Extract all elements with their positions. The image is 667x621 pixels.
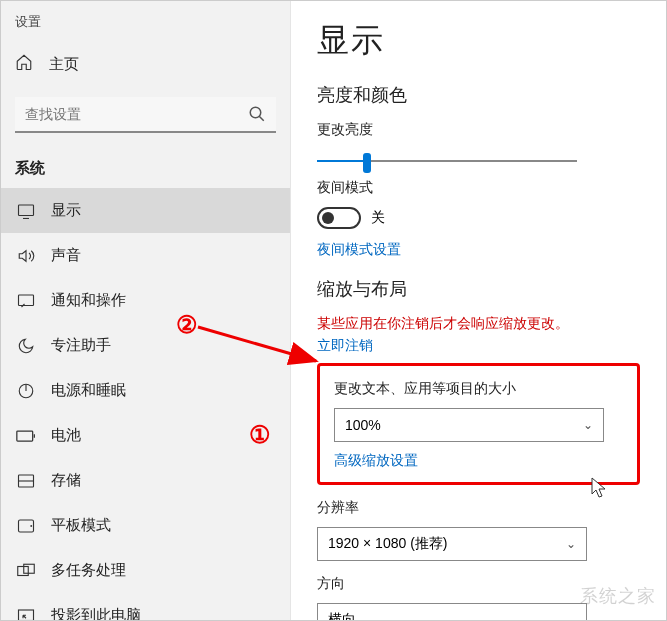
search-input[interactable] [15, 97, 276, 133]
scale-label: 更改文本、应用等项目的大小 [334, 380, 623, 398]
orientation-dropdown[interactable]: 横向 ⌄ [317, 603, 587, 620]
svg-rect-4 [17, 431, 33, 441]
signout-link[interactable]: 立即注销 [317, 337, 640, 355]
tablet-icon [15, 518, 37, 534]
multitask-icon [15, 563, 37, 579]
nav-multitask[interactable]: 多任务处理 [1, 548, 290, 593]
storage-icon [15, 473, 37, 489]
brightness-slider[interactable] [317, 149, 577, 173]
advanced-scale-link[interactable]: 高级缩放设置 [334, 452, 623, 470]
nightlight-label: 夜间模式 [317, 179, 640, 197]
search-box [15, 97, 276, 133]
scale-warning: 某些应用在你注销后才会响应缩放更改。 [317, 315, 640, 333]
home-label: 主页 [49, 55, 79, 74]
nav-notifications[interactable]: 通知和操作 [1, 278, 290, 323]
resolution-value: 1920 × 1080 (推荐) [328, 535, 447, 553]
nav-project[interactable]: 投影到此电脑 [1, 593, 290, 621]
nav-focus[interactable]: 专注助手 [1, 323, 290, 368]
annotation-box-1: 更改文本、应用等项目的大小 100% ⌄ 高级缩放设置 [317, 363, 640, 485]
orientation-value: 横向 [328, 611, 356, 620]
toggle-state: 关 [371, 209, 385, 227]
resolution-dropdown[interactable]: 1920 × 1080 (推荐) ⌄ [317, 527, 587, 561]
content-pane: 显示 亮度和颜色 更改亮度 夜间模式 关 夜间模式设置 缩放与布局 某些应用在你… [291, 1, 666, 620]
slider-fill [317, 160, 367, 162]
svg-rect-9 [24, 564, 35, 573]
nav-sound[interactable]: 声音 [1, 233, 290, 278]
nav-display[interactable]: 显示 [1, 188, 290, 233]
watermark: 系统之家 [580, 584, 656, 608]
display-icon [15, 203, 37, 219]
power-icon [15, 382, 37, 400]
project-icon [15, 608, 37, 622]
scale-value: 100% [345, 417, 381, 433]
sound-icon [15, 248, 37, 264]
nav-storage[interactable]: 存储 [1, 458, 290, 503]
page-title: 显示 [317, 19, 640, 63]
nav-label: 电源和睡眠 [51, 381, 126, 400]
nav-label: 通知和操作 [51, 291, 126, 310]
svg-rect-2 [19, 295, 34, 306]
slider-thumb[interactable] [363, 153, 371, 173]
app-title: 设置 [1, 9, 290, 43]
scale-dropdown[interactable]: 100% ⌄ [334, 408, 604, 442]
home-icon [15, 53, 37, 75]
nav-label: 平板模式 [51, 516, 111, 535]
nav-power[interactable]: 电源和睡眠 [1, 368, 290, 413]
resolution-label: 分辨率 [317, 499, 640, 517]
brightness-section-heading: 亮度和颜色 [317, 83, 640, 107]
toggle-knob [322, 212, 334, 224]
search-icon [248, 105, 266, 127]
nav-label: 电池 [51, 426, 81, 445]
chevron-down-icon: ⌄ [566, 537, 576, 551]
chevron-down-icon: ⌄ [566, 613, 576, 620]
svg-point-7 [31, 525, 32, 526]
focus-icon [15, 337, 37, 355]
nav-label: 多任务处理 [51, 561, 126, 580]
svg-rect-1 [19, 205, 34, 216]
home-link[interactable]: 主页 [1, 43, 290, 85]
nav-tablet[interactable]: 平板模式 [1, 503, 290, 548]
svg-point-0 [250, 107, 261, 118]
annotation-1: ① [249, 421, 271, 449]
nightlight-toggle[interactable] [317, 207, 361, 229]
nav-label: 专注助手 [51, 336, 111, 355]
nightlight-settings-link[interactable]: 夜间模式设置 [317, 241, 640, 259]
nav-label: 存储 [51, 471, 81, 490]
scale-section-heading: 缩放与布局 [317, 277, 640, 301]
nav-battery[interactable]: 电池 [1, 413, 290, 458]
nav-label: 投影到此电脑 [51, 606, 141, 621]
annotation-2: ② [176, 311, 198, 339]
nav-label: 显示 [51, 201, 81, 220]
svg-rect-8 [18, 566, 29, 575]
section-label: 系统 [1, 153, 290, 188]
brightness-label: 更改亮度 [317, 121, 640, 139]
sidebar: 设置 主页 系统 显示 声音 通知和操作 专注助手 电源和睡眠 电池 存储 [1, 1, 291, 620]
chevron-down-icon: ⌄ [583, 418, 593, 432]
battery-icon [15, 429, 37, 443]
notification-icon [15, 293, 37, 309]
cursor-icon [591, 477, 609, 499]
nav-label: 声音 [51, 246, 81, 265]
